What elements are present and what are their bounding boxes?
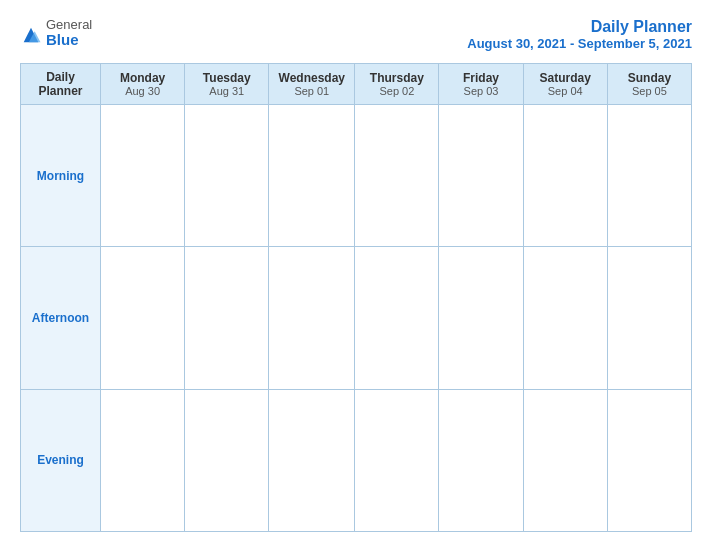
cell-evening-sunday[interactable] bbox=[607, 389, 691, 531]
cell-afternoon-saturday[interactable] bbox=[523, 247, 607, 389]
header-right: Daily Planner August 30, 2021 - Septembe… bbox=[467, 18, 692, 51]
cell-evening-wednesday[interactable] bbox=[269, 389, 355, 531]
cell-morning-thursday[interactable] bbox=[355, 105, 439, 247]
cell-morning-friday[interactable] bbox=[439, 105, 523, 247]
column-headers: Daily Planner Monday Aug 30 Tuesday Aug … bbox=[21, 64, 692, 105]
cell-evening-tuesday[interactable] bbox=[185, 389, 269, 531]
cell-morning-saturday[interactable] bbox=[523, 105, 607, 247]
cell-morning-wednesday[interactable] bbox=[269, 105, 355, 247]
cell-afternoon-thursday[interactable] bbox=[355, 247, 439, 389]
cell-evening-thursday[interactable] bbox=[355, 389, 439, 531]
cell-evening-monday[interactable] bbox=[101, 389, 185, 531]
col-header-thursday: Thursday Sep 02 bbox=[355, 64, 439, 105]
col-header-sunday: Sunday Sep 05 bbox=[607, 64, 691, 105]
col-header-monday: Monday Aug 30 bbox=[101, 64, 185, 105]
general-blue-icon bbox=[20, 24, 42, 46]
page-title: Daily Planner bbox=[467, 18, 692, 36]
cell-afternoon-friday[interactable] bbox=[439, 247, 523, 389]
header: General Blue Daily Planner August 30, 20… bbox=[20, 18, 692, 51]
logo-general: General bbox=[46, 18, 92, 32]
logo-blue: Blue bbox=[46, 32, 92, 49]
cell-evening-saturday[interactable] bbox=[523, 389, 607, 531]
cell-evening-friday[interactable] bbox=[439, 389, 523, 531]
cell-afternoon-sunday[interactable] bbox=[607, 247, 691, 389]
date-range: August 30, 2021 - September 5, 2021 bbox=[467, 36, 692, 51]
row-morning: Morning bbox=[21, 105, 692, 247]
col-header-tuesday: Tuesday Aug 31 bbox=[185, 64, 269, 105]
label-evening: Evening bbox=[21, 389, 101, 531]
row-afternoon: Afternoon bbox=[21, 247, 692, 389]
cell-morning-monday[interactable] bbox=[101, 105, 185, 247]
cell-afternoon-monday[interactable] bbox=[101, 247, 185, 389]
col-label-0b: Planner bbox=[23, 84, 98, 98]
col-label-0: Daily bbox=[23, 70, 98, 84]
cell-morning-tuesday[interactable] bbox=[185, 105, 269, 247]
col-header-planner: Daily Planner bbox=[21, 64, 101, 105]
logo: General Blue bbox=[20, 18, 92, 49]
label-morning: Morning bbox=[21, 105, 101, 247]
cell-morning-sunday[interactable] bbox=[607, 105, 691, 247]
logo-text: General Blue bbox=[46, 18, 92, 49]
page: General Blue Daily Planner August 30, 20… bbox=[0, 0, 712, 550]
col-header-friday: Friday Sep 03 bbox=[439, 64, 523, 105]
label-afternoon: Afternoon bbox=[21, 247, 101, 389]
col-header-wednesday: Wednesday Sep 01 bbox=[269, 64, 355, 105]
cell-afternoon-tuesday[interactable] bbox=[185, 247, 269, 389]
col-header-saturday: Saturday Sep 04 bbox=[523, 64, 607, 105]
calendar-table: Daily Planner Monday Aug 30 Tuesday Aug … bbox=[20, 63, 692, 532]
cell-afternoon-wednesday[interactable] bbox=[269, 247, 355, 389]
row-evening: Evening bbox=[21, 389, 692, 531]
